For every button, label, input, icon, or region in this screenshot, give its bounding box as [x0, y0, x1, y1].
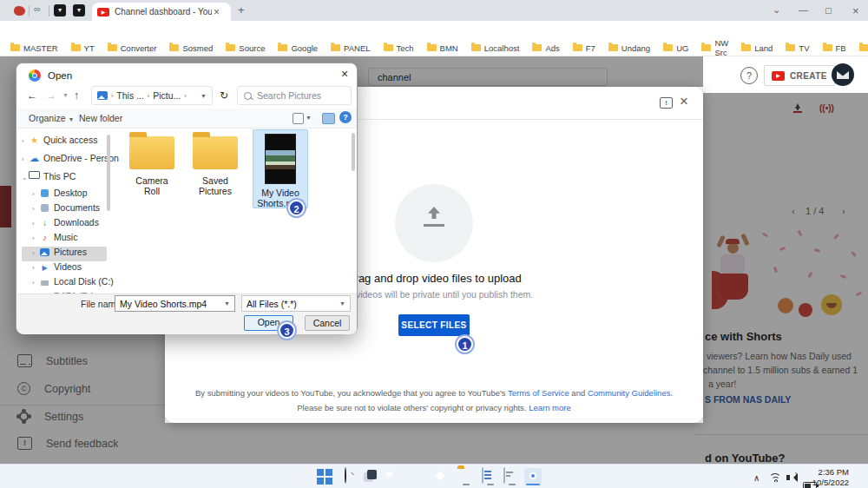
bookmark-folder[interactable]: UG: [663, 43, 688, 53]
task-view-icon[interactable]: [362, 468, 379, 485]
pinned-tab-icon[interactable]: ▾: [73, 4, 85, 16]
copyright-text: Please be sure not to violate others' co…: [165, 403, 703, 412]
folder-icon: [701, 44, 711, 51]
dialog-close-icon[interactable]: ×: [680, 93, 688, 110]
cancel-button[interactable]: Cancel: [305, 315, 350, 331]
tree-item-documents[interactable]: ›Documents: [22, 202, 119, 217]
file-item-saved-pictures[interactable]: Saved Pictures: [193, 136, 238, 196]
tab-close-icon[interactable]: ×: [214, 6, 220, 18]
bookmark-folder[interactable]: PANEL: [331, 43, 370, 53]
chevron-down-icon[interactable]: ▼: [306, 115, 312, 121]
bookmark-folder[interactable]: BMN: [427, 43, 458, 53]
chrome-icon[interactable]: [524, 468, 542, 485]
folder-icon: [10, 44, 20, 51]
teams-chat-icon[interactable]: [383, 468, 400, 485]
clock[interactable]: 2:36 PM 10/5/2022: [799, 467, 849, 488]
dialog-close-icon[interactable]: ×: [341, 67, 348, 81]
tree-scrollbar[interactable]: [107, 135, 110, 211]
tree-item-this-pc[interactable]: ⌄This PC: [22, 171, 119, 188]
tree-item-onedrive[interactable]: ›☁OneDrive - Person: [22, 153, 119, 171]
terms-of-service-link[interactable]: Terms of Service: [508, 388, 569, 398]
tree-item-downloads[interactable]: ›↓Downloads: [22, 217, 119, 232]
chevron-down-icon[interactable]: ▼: [201, 93, 207, 99]
file-item-camera-roll[interactable]: Camera Roll: [129, 136, 174, 196]
bookmark-folder[interactable]: Localhost: [471, 43, 520, 53]
refresh-icon[interactable]: ↻: [220, 89, 228, 102]
select-files-button[interactable]: SELECT FILES: [398, 314, 470, 336]
breadcrumb[interactable]: › This ... › Pictu... › ▼: [91, 86, 213, 105]
annotation-step-2: 2: [288, 200, 305, 216]
tree-item-pictures[interactable]: ›Pictures: [22, 247, 107, 261]
upload-circle[interactable]: [395, 184, 473, 262]
file-type-select[interactable]: All Files (*.*)▼: [241, 295, 351, 312]
search-box[interactable]: Search Pictures: [237, 86, 352, 105]
forward-icon[interactable]: →: [46, 89, 56, 102]
bookmark-folder[interactable]: Source: [226, 43, 265, 53]
tree-item-videos[interactable]: ›▶Videos: [22, 261, 119, 276]
file-list-scrollbar[interactable]: [352, 133, 355, 171]
windows-taskbar: ∧ ) 2:36 PM 10/5/2022: [0, 464, 868, 488]
organize-menu[interactable]: Organize ▼: [29, 113, 74, 123]
app-window-icon[interactable]: [503, 468, 521, 485]
learn-more-link[interactable]: Learn more: [529, 403, 571, 412]
view-options-icon[interactable]: [293, 113, 304, 124]
bookmark-folder[interactable]: MASTER: [10, 43, 58, 53]
bookmark-folder[interactable]: FB: [823, 43, 846, 53]
channel-avatar[interactable]: [832, 63, 854, 86]
breadcrumb-pictures[interactable]: Pictu...: [153, 90, 181, 101]
bookmark-folder[interactable]: Land: [741, 43, 773, 53]
help-icon[interactable]: ?: [740, 67, 758, 84]
annotation-step-3: 3: [279, 322, 295, 339]
bookmark-folder[interactable]: Sosmed: [169, 43, 213, 53]
pinned-tab-icon[interactable]: ▾: [54, 4, 66, 16]
back-icon[interactable]: ←: [27, 89, 37, 102]
taskbar-search-icon[interactable]: [341, 468, 358, 485]
minimize-button[interactable]: —: [799, 4, 808, 15]
tree-item-desktop[interactable]: ›Desktop: [22, 188, 119, 202]
address-toolbar: ← → ↻ studio.youtube.com/channel/UCMw_aU…: [0, 21, 868, 40]
notepad-icon[interactable]: [482, 468, 499, 485]
help-icon[interactable]: ?: [339, 111, 352, 123]
bookmark-folder[interactable]: Tech: [384, 43, 414, 53]
cloud-icon: ☁: [29, 153, 40, 164]
tray-expand-icon[interactable]: ∧: [753, 473, 760, 483]
bookmark-folder[interactable]: TV: [786, 43, 809, 53]
breadcrumb-this-pc[interactable]: This ...: [116, 90, 144, 101]
start-button[interactable]: [316, 468, 335, 487]
bookmark-folder[interactable]: Gov: [859, 43, 868, 53]
preview-pane-icon[interactable]: [322, 113, 335, 124]
send-feedback-icon[interactable]: !: [660, 97, 673, 109]
bookmark-folder[interactable]: YT: [71, 43, 95, 53]
extension-red-icon[interactable]: [14, 6, 25, 16]
up-icon[interactable]: ↑: [74, 89, 79, 102]
edge-icon[interactable]: [406, 468, 424, 485]
videos-icon: ▶: [39, 264, 50, 272]
bookmark-folder[interactable]: Ads: [532, 43, 559, 53]
new-tab-button[interactable]: +: [238, 3, 245, 16]
create-button[interactable]: ▶ CREATE: [764, 65, 835, 86]
bookmark-folder[interactable]: Undang: [608, 43, 650, 53]
tray-date: 10/5/2022: [799, 478, 849, 488]
active-tab[interactable]: ▶ Channel dashboard - YouTube S ×: [92, 3, 231, 21]
wifi-icon[interactable]: [769, 473, 781, 482]
file-item-my-video-selected[interactable]: My Video Shorts.mp4: [253, 129, 308, 208]
community-guidelines-link[interactable]: Community Guidelines: [588, 388, 671, 398]
file-explorer-icon[interactable]: [457, 468, 475, 485]
new-folder-button[interactable]: New folder: [79, 113, 122, 123]
bookmark-folder[interactable]: NW Src: [701, 38, 728, 57]
folder-icon: [331, 44, 340, 51]
tree-item-music[interactable]: ›♪Music: [22, 232, 119, 247]
bookmark-folder[interactable]: Converter: [108, 43, 157, 53]
bookmark-folder[interactable]: F7: [573, 43, 595, 53]
infinity-icon[interactable]: ∞: [34, 3, 41, 14]
close-window-button[interactable]: ×: [852, 4, 859, 17]
tree-item-local-disk-c[interactable]: ›Local Disk (C:): [22, 276, 119, 291]
photos-icon[interactable]: [432, 468, 450, 485]
tree-item-quick-access[interactable]: ›★Quick access: [22, 135, 119, 153]
folder-icon: [741, 44, 751, 51]
bookmark-folder[interactable]: Google: [278, 43, 318, 53]
file-name-input[interactable]: My Video Shorts.mp4▼: [115, 295, 235, 312]
recent-locations-icon[interactable]: ▼: [62, 92, 69, 98]
maximize-button[interactable]: ▢: [825, 6, 832, 15]
tab-search-icon[interactable]: ⌄: [773, 4, 780, 16]
